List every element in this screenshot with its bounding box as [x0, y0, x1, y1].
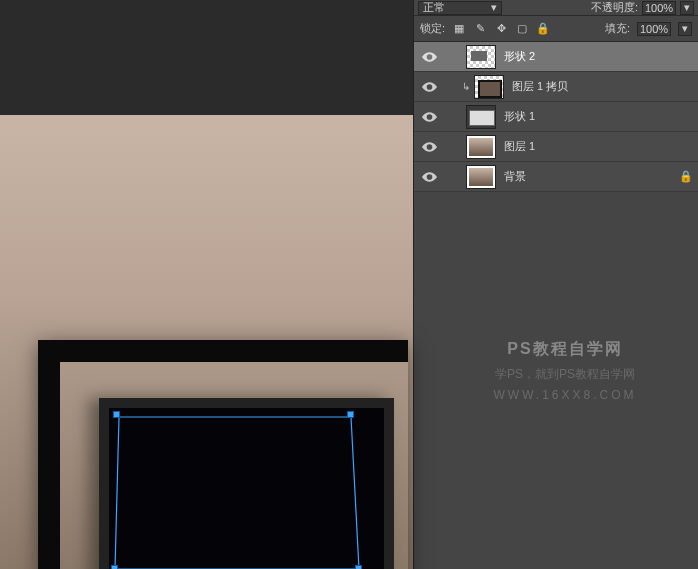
layer-name[interactable]: 背景 — [500, 169, 674, 184]
transform-handle-bl[interactable] — [111, 565, 118, 569]
layer-name[interactable]: 形状 1 — [500, 109, 698, 124]
layer-row[interactable]: 背景 🔒 — [414, 162, 698, 192]
fill-label: 填充: — [605, 21, 630, 36]
eye-icon — [422, 172, 437, 182]
layer-row[interactable]: ↳ 图层 1 拷贝 — [414, 72, 698, 102]
eye-icon — [422, 52, 437, 62]
opacity-dropdown[interactable]: ▾ — [680, 1, 694, 15]
layer-thumbnail[interactable] — [474, 75, 504, 99]
lock-row: 锁定: ▦ ✎ ✥ ▢ 🔒 填充: 100% ▾ — [414, 16, 698, 42]
chevron-down-icon: ▾ — [491, 1, 497, 14]
watermark-subtitle: 学PS，就到PS教程自学网 — [446, 364, 684, 386]
svg-marker-0 — [115, 417, 359, 569]
eye-icon — [422, 142, 437, 152]
eye-icon — [422, 112, 437, 122]
layer-name[interactable]: 图层 1 拷贝 — [508, 79, 698, 94]
watermark: PS教程自学网 学PS，就到PS教程自学网 WWW.16XX8.COM — [446, 335, 684, 407]
layer-thumbnail[interactable] — [466, 135, 496, 159]
fill-input[interactable]: 100% — [637, 22, 671, 36]
watermark-title: PS教程自学网 — [446, 335, 684, 364]
lock-icon: 🔒 — [674, 170, 698, 183]
canvas-area[interactable] — [0, 0, 413, 569]
chevron-down-icon: ▾ — [682, 22, 688, 35]
chevron-down-icon: ▾ — [684, 1, 690, 14]
blend-mode-value: 正常 — [423, 0, 445, 15]
lock-label: 锁定: — [420, 21, 445, 36]
layer-row[interactable]: 形状 2 — [414, 42, 698, 72]
transform-handle-tr[interactable] — [347, 411, 354, 418]
lock-crop-icon[interactable]: ▢ — [515, 22, 529, 36]
layer-row[interactable]: 图层 1 — [414, 132, 698, 162]
layer-thumbnail[interactable] — [466, 165, 496, 189]
visibility-toggle[interactable] — [414, 172, 444, 182]
transform-selection[interactable] — [113, 411, 363, 569]
lock-transparent-icon[interactable]: ▦ — [452, 22, 466, 36]
blend-mode-dropdown[interactable]: 正常 ▾ — [418, 1, 502, 15]
lock-all-icon[interactable]: 🔒 — [536, 22, 550, 36]
visibility-toggle[interactable] — [414, 142, 444, 152]
lock-brush-icon[interactable]: ✎ — [473, 22, 487, 36]
layer-name[interactable]: 图层 1 — [500, 139, 698, 154]
visibility-toggle[interactable] — [414, 112, 444, 122]
layer-thumbnail[interactable] — [466, 105, 496, 129]
layers-panel: 正常 ▾ 不透明度: 100% ▾ 锁定: ▦ ✎ ✥ ▢ 🔒 填充: 100%… — [413, 0, 698, 569]
layer-thumbnail[interactable] — [466, 45, 496, 69]
layer-name[interactable]: 形状 2 — [500, 49, 698, 64]
clip-indicator-icon: ↳ — [462, 81, 470, 92]
opacity-label: 不透明度: — [591, 0, 638, 15]
opacity-input[interactable]: 100% — [642, 1, 676, 15]
visibility-toggle[interactable] — [414, 52, 444, 62]
fill-dropdown[interactable]: ▾ — [678, 22, 692, 36]
layer-list: 形状 2 ↳ 图层 1 拷贝 形状 1 — [414, 42, 698, 569]
watermark-url: WWW.16XX8.COM — [446, 385, 684, 407]
blend-row: 正常 ▾ 不透明度: 100% ▾ — [414, 0, 698, 16]
eye-icon — [422, 82, 437, 92]
document-image — [0, 115, 413, 569]
layer-row[interactable]: 形状 1 — [414, 102, 698, 132]
transform-handle-br[interactable] — [355, 565, 362, 569]
transform-handle-tl[interactable] — [113, 411, 120, 418]
lock-move-icon[interactable]: ✥ — [494, 22, 508, 36]
visibility-toggle[interactable] — [414, 82, 444, 92]
